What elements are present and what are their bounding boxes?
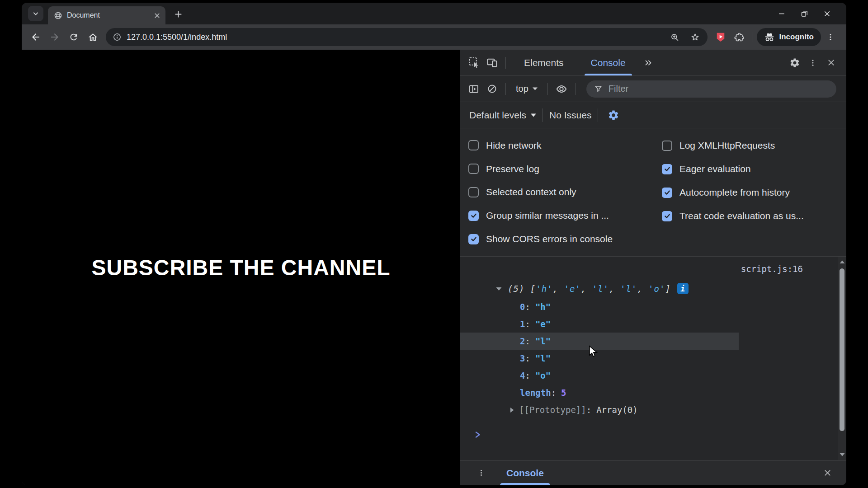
console-settings-button-active[interactable] (604, 106, 623, 124)
caret-down-icon[interactable] (495, 286, 502, 291)
console-setting-label[interactable]: Preserve log (486, 164, 539, 174)
console-setting-label[interactable]: Log XMLHttpRequests (679, 140, 775, 151)
checkbox-checked[interactable] (662, 164, 672, 174)
scrollbar-thumb[interactable] (840, 268, 844, 431)
console-setting-label[interactable]: Group similar messages in ... (486, 210, 609, 221)
checkbox-unchecked[interactable] (662, 141, 672, 151)
entry-index: 0 (520, 302, 525, 312)
reload-button[interactable] (64, 28, 83, 47)
bookmark-star-icon[interactable] (688, 29, 703, 45)
source-link[interactable]: script.js:16 (741, 264, 803, 274)
browser-menu-button[interactable] (821, 28, 840, 47)
console-sidebar-button[interactable] (465, 80, 483, 98)
checkbox-checked[interactable] (662, 188, 672, 198)
no-issues-button[interactable]: No Issues (549, 110, 591, 121)
checkbox-checked[interactable] (468, 234, 479, 244)
drawer-menu-button[interactable] (472, 464, 490, 482)
info-icon[interactable] (113, 33, 122, 42)
console-setting-row[interactable]: Autocomplete from history (662, 181, 846, 204)
inspect-element-button[interactable] (465, 54, 483, 72)
address-bar[interactable]: 127.0.0.1:5500/1/index.html (106, 28, 708, 46)
extensions-puzzle-icon[interactable] (730, 28, 749, 47)
checkbox-checked[interactable] (662, 211, 672, 221)
scroll-down-arrow[interactable] (838, 451, 846, 458)
console-setting-row[interactable]: Selected context only (468, 181, 662, 204)
devtools-close-button[interactable] (822, 54, 840, 72)
new-tab-button[interactable] (170, 6, 186, 22)
console-array-entry[interactable]: 3:"l" (460, 350, 837, 367)
default-levels-dropdown[interactable]: Default levels (469, 110, 536, 121)
tab-search-button[interactable] (28, 6, 43, 21)
console-setting-label[interactable]: Eager evaluation (679, 164, 751, 174)
console-prototype-row[interactable]: [[Prototype]]:Array(0) (460, 401, 837, 418)
console-array-entry[interactable]: 1:"e" (460, 315, 837, 333)
console-setting-row[interactable]: Eager evaluation (662, 157, 846, 181)
close-window-button[interactable] (816, 3, 838, 24)
restore-button[interactable] (793, 3, 816, 24)
tab-elements[interactable]: Elements (510, 50, 577, 75)
console-array-entry[interactable]: 2:"l" (460, 333, 837, 350)
caret-right-icon[interactable] (509, 407, 514, 413)
console-array-entry[interactable]: 0:"h" (460, 298, 837, 315)
clear-console-button[interactable] (483, 80, 501, 98)
console-setting-row[interactable]: Group similar messages in ... (468, 204, 662, 227)
inspect-cursor-icon (468, 57, 480, 68)
devtools-menu-button[interactable] (804, 54, 822, 72)
checkbox-unchecked[interactable] (468, 187, 479, 197)
more-tabs-icon (643, 58, 653, 68)
globe-favicon-icon (54, 11, 62, 20)
drawer-tab-console[interactable]: Console (502, 460, 548, 485)
forward-button[interactable] (45, 28, 64, 47)
checkbox-checked[interactable] (468, 211, 479, 221)
default-levels-label: Default levels (469, 110, 526, 121)
drawer-close-button[interactable] (818, 464, 836, 482)
entry-colon: : (525, 302, 530, 312)
console-setting-label[interactable]: Autocomplete from history (679, 187, 790, 198)
checkbox-unchecked[interactable] (468, 140, 479, 150)
console-setting-label[interactable]: Treat code evaluation as us... (679, 211, 804, 221)
console-setting-label[interactable]: Selected context only (486, 187, 576, 197)
array-entries: 0:"h"1:"e"2:"l"3:"l"4:"o"length:5[[Proto… (460, 298, 837, 418)
checkbox-unchecked[interactable] (468, 164, 479, 174)
scroll-up-arrow[interactable] (838, 258, 846, 266)
zoom-icon[interactable] (667, 29, 683, 45)
page-viewport: SUBSCRIBE THE CHANNEL (22, 50, 460, 485)
console-prompt[interactable] (474, 430, 482, 439)
browser-tab[interactable]: Document (48, 6, 165, 24)
console-setting-label[interactable]: Hide network (486, 140, 542, 151)
devtools-settings-button[interactable] (786, 54, 804, 72)
console-filter-input[interactable]: Filter (586, 80, 836, 98)
incognito-badge: Incognito (757, 28, 821, 46)
console-length-row[interactable]: length:5 (460, 384, 837, 401)
home-button[interactable] (83, 28, 102, 47)
tab-console[interactable]: Console (577, 50, 639, 75)
context-selector[interactable]: top (510, 84, 543, 94)
console-array-entry[interactable]: 4:"o" (460, 367, 837, 384)
console-setting-row[interactable]: Preserve log (468, 157, 662, 181)
minimize-button[interactable] (770, 3, 793, 24)
console-setting-row[interactable]: Hide network (468, 134, 662, 157)
chevron-down-icon (31, 9, 40, 18)
console-setting-row[interactable]: Log XMLHttpRequests (662, 134, 846, 157)
console-setting-row[interactable]: Show CORS errors in console (468, 227, 662, 251)
more-tabs-button[interactable] (639, 54, 657, 72)
console-scrollbar[interactable] (838, 257, 846, 460)
entry-index: 1 (520, 319, 525, 329)
adblock-extension-icon[interactable] (711, 28, 730, 47)
live-expression-button[interactable] (552, 80, 571, 98)
devtools-panel: Elements Console (460, 50, 846, 485)
levels-separator (542, 108, 543, 122)
reload-icon (69, 32, 79, 42)
gear-icon (789, 57, 800, 68)
prototype-label: [[Prototype]] (519, 405, 586, 415)
console-setting-row[interactable]: Treat code evaluation as us... (662, 204, 846, 228)
console-settings-panel: Hide networkPreserve logSelected context… (460, 128, 846, 257)
preview-string: 'l' (620, 284, 637, 294)
console-sidebar-icon (468, 84, 479, 94)
page-headline: SUBSCRIBE THE CHANNEL (91, 255, 390, 280)
tab-close-icon[interactable] (153, 12, 161, 19)
console-setting-label[interactable]: Show CORS errors in console (486, 234, 613, 244)
device-toolbar-button[interactable] (483, 54, 501, 72)
back-button[interactable] (26, 28, 45, 47)
info-badge-icon[interactable]: i (677, 283, 689, 294)
